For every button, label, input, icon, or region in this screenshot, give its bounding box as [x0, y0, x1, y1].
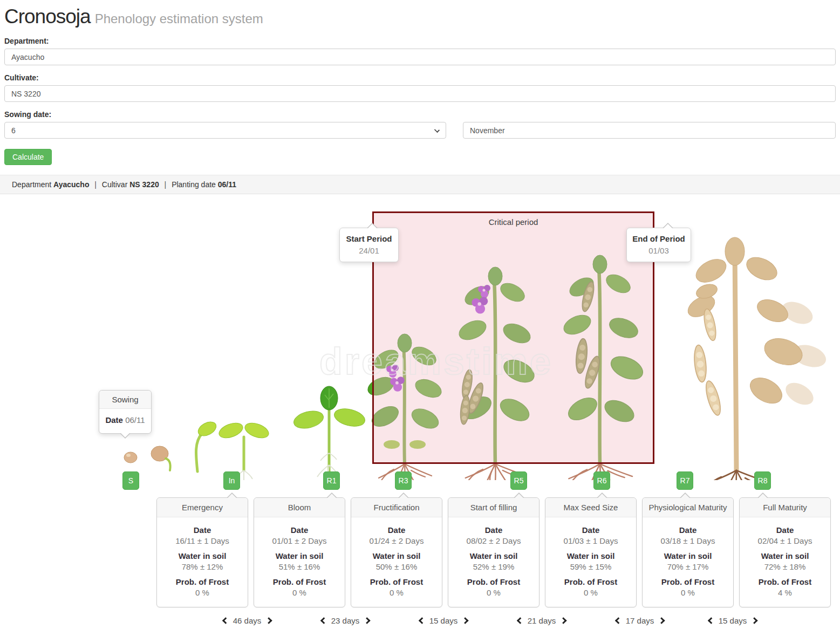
summary-planting-label: Planting date	[172, 180, 216, 189]
frost-value: 0 %	[550, 588, 632, 597]
frost-value: 4 %	[744, 588, 826, 597]
stage-badge-r7[interactable]: R7	[677, 471, 693, 490]
stage-badge-in[interactable]: In	[223, 471, 240, 490]
chevron-left-icon	[320, 617, 327, 624]
sowing-popover-title: Sowing	[99, 391, 151, 409]
app-subtitle: Phenology estimation system	[95, 11, 263, 26]
card-title: Full Maturity	[740, 498, 830, 517]
cultivate-label: Cultivate:	[4, 73, 836, 82]
interval-label: 17 days	[626, 616, 654, 625]
frost-label: Prob. of Frost	[453, 577, 535, 586]
interval-bloom-fructification: 23 days	[322, 616, 370, 625]
caret-up-icon	[757, 493, 768, 498]
frost-value: 0 %	[453, 588, 535, 597]
stage-card-start-of-filling: Start of filling Date 08/02 ± 2 Days Wat…	[448, 497, 539, 607]
calculate-button[interactable]: Calculate	[4, 149, 52, 165]
frost-label: Prob. of Frost	[744, 577, 826, 586]
chevron-right-icon	[750, 617, 757, 624]
frost-label: Prob. of Frost	[356, 577, 438, 586]
caret-up-icon	[663, 223, 673, 228]
caret-up-icon	[227, 493, 237, 498]
caret-up-icon	[398, 493, 409, 498]
stage-badge-r1[interactable]: R1	[323, 471, 340, 490]
start-period-tooltip: Start Period 24/01	[339, 228, 399, 262]
interval-physmaturity-fullmaturity: 15 days	[709, 616, 757, 625]
stage-badge-r5[interactable]: R5	[510, 471, 527, 490]
card-title: Start of filling	[448, 498, 539, 517]
summary-separator: |	[94, 180, 97, 189]
summary-department-label: Department	[12, 180, 51, 189]
water-label: Water in soil	[161, 551, 243, 560]
interval-label: 46 days	[233, 616, 262, 625]
sowing-date-label: Date	[105, 415, 123, 425]
stage-badge-s[interactable]: S	[122, 471, 139, 490]
date-label: Date	[550, 525, 632, 535]
frost-label: Prob. of Frost	[550, 577, 632, 586]
date-label: Date	[744, 525, 826, 535]
summary-separator: |	[165, 180, 167, 189]
sowing-date-label: Sowing date:	[4, 110, 836, 119]
card-title: Max Seed Size	[545, 498, 636, 517]
water-value: 78% ± 12%	[161, 562, 243, 571]
frost-value: 0 %	[356, 588, 438, 597]
water-value: 52% ± 19%	[453, 562, 535, 571]
interval-label: 21 days	[528, 616, 556, 625]
cultivate-input[interactable]	[4, 85, 836, 102]
water-value: 50% ± 16%	[356, 562, 438, 571]
frost-label: Prob. of Frost	[258, 577, 340, 586]
soybean-growth-illustration	[0, 227, 840, 480]
interval-filling-maxseed: 21 days	[518, 616, 566, 625]
water-label: Water in soil	[258, 551, 340, 560]
summary-cultivar-value: NS 3220	[129, 180, 159, 189]
water-label: Water in soil	[550, 551, 632, 560]
chevron-right-icon	[559, 617, 566, 624]
caret-down-icon	[120, 433, 131, 439]
start-period-label: Start Period	[344, 234, 394, 243]
summary-department-value: Ayacucho	[53, 180, 89, 189]
department-label: Department:	[4, 37, 836, 45]
caret-up-icon	[597, 493, 607, 498]
summary-cultivar-label: Cultivar	[102, 180, 127, 189]
chevron-left-icon	[222, 617, 229, 624]
date-label: Date	[356, 525, 438, 535]
date-label: Date	[453, 525, 535, 535]
sowing-popover: Sowing Date 06/11	[99, 390, 152, 434]
end-period-label: End of Period	[631, 234, 686, 243]
chevron-right-icon	[461, 617, 468, 624]
date-label: Date	[258, 525, 340, 535]
stage-badge-r3[interactable]: R3	[395, 471, 412, 490]
card-title: Emergency	[157, 498, 248, 517]
stage-badge-r8[interactable]: R8	[754, 471, 771, 490]
department-input[interactable]	[4, 49, 836, 65]
caret-up-icon	[367, 223, 378, 228]
phenology-chart: Critical period dreamstime Start Period …	[0, 194, 840, 632]
water-value: 59% ± 15%	[550, 562, 632, 571]
stage-badge-r6[interactable]: R6	[593, 471, 610, 490]
stage-card-max-seed-size: Max Seed Size Date 01/03 ± 1 Days Water …	[545, 497, 637, 607]
stage-card-fructification: Fructification Date 01/24 ± 2 Days Water…	[351, 497, 442, 607]
interval-label: 23 days	[331, 616, 360, 625]
chevron-left-icon	[615, 617, 622, 624]
chevron-right-icon	[265, 617, 272, 624]
date-value: 16/11 ± 1 Days	[161, 536, 243, 545]
sowing-date-value: 06/11	[125, 415, 145, 425]
frost-label: Prob. of Frost	[647, 577, 729, 586]
chevron-right-icon	[658, 617, 665, 624]
stage-card-physiological-maturity: Physiological Maturity Date 03/18 ± 1 Da…	[642, 497, 734, 607]
card-title: Bloom	[254, 498, 345, 517]
sowing-day-select[interactable]: 6	[4, 122, 446, 139]
water-value: 51% ± 16%	[258, 562, 340, 571]
frost-value: 0 %	[161, 588, 243, 597]
date-value: 08/02 ± 2 Days	[453, 536, 535, 545]
app-title: Cronosoja	[4, 5, 91, 28]
sowing-month-input[interactable]	[463, 122, 836, 139]
interval-label: 15 days	[719, 616, 747, 625]
water-label: Water in soil	[647, 551, 729, 560]
card-title: Physiological Maturity	[643, 498, 733, 517]
date-value: 01/24 ± 2 Days	[356, 536, 438, 545]
date-value: 02/04 ± 1 Days	[744, 536, 826, 545]
water-value: 72% ± 18%	[744, 562, 826, 571]
critical-period-label: Critical period	[374, 217, 653, 227]
date-label: Date	[161, 525, 243, 535]
interval-emergency-bloom: 46 days	[223, 616, 271, 625]
